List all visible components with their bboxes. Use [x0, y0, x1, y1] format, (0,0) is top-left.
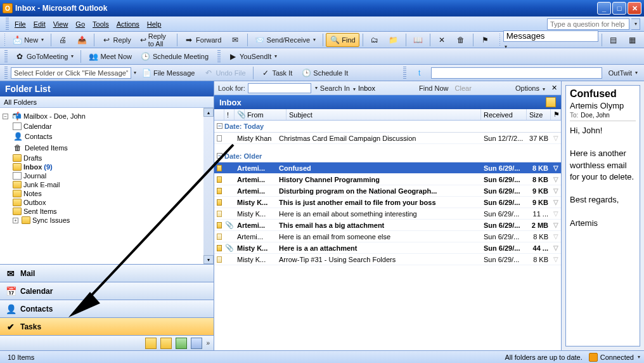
col-received[interactable]: Received: [481, 109, 527, 120]
current-view-selector[interactable]: ▾: [503, 30, 598, 50]
mail-row[interactable]: Misty K... This is just another email to…: [214, 197, 561, 208]
view-button-1[interactable]: ▤: [605, 33, 622, 47]
collapse-icon[interactable]: −: [217, 153, 222, 159]
options-button[interactable]: Options ▾: [515, 84, 545, 92]
undo-file-button[interactable]: ↶Undo File: [200, 66, 249, 80]
menu-file[interactable]: File: [11, 19, 30, 29]
mail-row[interactable]: Misty K... Arrow-Tip #31 - Using Search …: [214, 254, 561, 265]
address-book-button[interactable]: 📖: [409, 33, 427, 47]
mail-row[interactable]: 📎 Artemi... This email has a big attachm…: [214, 220, 561, 231]
dropdown-icon[interactable]: ▾: [638, 354, 640, 360]
folder-junk[interactable]: Junk E-mail: [13, 180, 211, 189]
col-flag[interactable]: ⚑: [551, 109, 561, 120]
group-today[interactable]: −Date: Today: [214, 121, 561, 133]
folder-sent[interactable]: Sent Items: [13, 207, 211, 216]
categorize-button[interactable]: 🗂: [366, 33, 383, 47]
close-button[interactable]: ✕: [628, 2, 641, 15]
mail-row[interactable]: Misty Khan Christmas Card Email Campaign…: [214, 133, 561, 144]
mail-row[interactable]: Artemi... Confused Sun 6/29/... 8 KB ▽: [214, 162, 561, 174]
menu-help[interactable]: Help: [143, 19, 165, 29]
task-it-button[interactable]: ✓Task It: [257, 66, 297, 80]
nav-contacts[interactable]: 👤Contacts: [0, 300, 214, 317]
flag-icon[interactable]: ▽: [553, 221, 558, 228]
menu-go[interactable]: Go: [72, 19, 89, 29]
nav-tasks[interactable]: ✔Tasks: [0, 317, 214, 335]
maximize-button[interactable]: □: [612, 2, 626, 15]
scroll-up-icon[interactable]: ▴: [203, 108, 214, 117]
col-importance[interactable]: !: [224, 109, 235, 120]
help-dropdown-icon[interactable]: ▾: [631, 18, 640, 30]
outtwit-button[interactable]: OutTwit▾: [605, 66, 641, 80]
gotomeeting-button[interactable]: ✿GoToMeeting▾: [11, 50, 77, 63]
all-folders-header[interactable]: All Folders: [0, 96, 214, 108]
mail-row[interactable]: Artemi... Here is an email from someone …: [214, 231, 561, 242]
junk-button[interactable]: 🗑: [452, 33, 470, 47]
find-button[interactable]: 🔍Find: [326, 33, 359, 47]
group-older[interactable]: −Date: Older: [214, 150, 561, 162]
flag-icon[interactable]: ▽: [553, 210, 558, 217]
folder-deleted[interactable]: 🗑Deleted Items: [13, 142, 211, 154]
forward-attachment-button[interactable]: ✉: [226, 33, 244, 47]
help-question-input[interactable]: [547, 18, 629, 30]
new-button[interactable]: 📩New▾: [8, 33, 48, 47]
mail-row[interactable]: Artemi... History Channel Programming Su…: [214, 174, 561, 185]
collapse-icon[interactable]: −: [217, 123, 222, 129]
meet-now-button[interactable]: 👥Meet Now: [84, 50, 136, 63]
flag-icon[interactable]: ▽: [553, 233, 558, 240]
configure-buttons-icon[interactable]: »: [206, 340, 210, 346]
mailbox-root[interactable]: −📬Mailbox - Doe, John: [3, 110, 211, 122]
mail-row[interactable]: Misty K... Here is an email about someth…: [214, 208, 561, 220]
dropdown-icon[interactable]: ▾: [134, 70, 136, 76]
menu-actions[interactable]: Actions: [113, 19, 143, 29]
rules-button[interactable]: 📁: [385, 33, 402, 47]
clear-button[interactable]: Clear: [455, 84, 472, 92]
scrollbar[interactable]: ▴ ▾: [203, 108, 214, 264]
print-button[interactable]: 🖨: [54, 33, 72, 47]
folder-outbox[interactable]: Outbox: [13, 198, 211, 207]
folder-journal[interactable]: Journal: [13, 171, 211, 180]
twitter-button[interactable]: t: [411, 66, 428, 80]
mail-row[interactable]: 📎 Misty K... Here is a an attachment Sun…: [214, 242, 561, 254]
forward-button[interactable]: ➡Forward: [180, 33, 225, 47]
flag-icon[interactable]: ▽: [553, 199, 558, 206]
folder-drafts[interactable]: Drafts: [13, 154, 211, 162]
followup-button[interactable]: ⚑: [477, 33, 494, 47]
notes-shortcut-icon[interactable]: [145, 338, 157, 349]
flag-icon[interactable]: ▽: [553, 135, 558, 142]
flag-icon[interactable]: ▽: [553, 176, 558, 183]
dropdown-icon[interactable]: ▾: [315, 85, 318, 91]
lookfor-input[interactable]: [248, 83, 311, 93]
nav-mail[interactable]: ✉Mail: [0, 264, 214, 282]
nav-calendar[interactable]: 📅Calendar: [0, 282, 214, 300]
file-message-button[interactable]: 📄File Message: [138, 66, 198, 80]
col-attachment[interactable]: 📎: [235, 109, 245, 120]
folder-contacts[interactable]: 👤Contacts: [13, 131, 211, 142]
send-receive-button[interactable]: 📨Send/Receive▾: [251, 33, 320, 47]
flag-icon[interactable]: ▽: [553, 164, 558, 171]
shortcuts-icon[interactable]: [176, 338, 187, 349]
journal-shortcut-icon[interactable]: [191, 338, 202, 349]
col-subject[interactable]: Subject: [287, 109, 481, 120]
flag-icon[interactable]: ▽: [553, 244, 558, 251]
reply-all-button[interactable]: ↩Reply to All: [136, 33, 174, 47]
menu-tools[interactable]: Tools: [89, 19, 113, 29]
collapse-icon[interactable]: −: [3, 114, 8, 119]
flag-icon[interactable]: ▽: [553, 256, 558, 263]
menu-edit[interactable]: Edit: [30, 19, 49, 29]
searchin-label[interactable]: Search In ▾: [320, 84, 356, 92]
mail-row[interactable]: Artemi... Disturbing program on the Nati…: [214, 185, 561, 197]
yousendit-button[interactable]: ▶YouSendIt▾: [224, 50, 281, 63]
folder-inbox[interactable]: Inbox (9): [13, 162, 211, 171]
scroll-down-icon[interactable]: ▾: [203, 255, 214, 264]
move-button[interactable]: 📤: [73, 33, 91, 47]
schedule-meeting-button[interactable]: 🕒Schedule Meeting: [137, 50, 212, 63]
col-size[interactable]: Size: [527, 109, 551, 120]
find-now-button[interactable]: Find Now: [419, 84, 448, 92]
view-button-2[interactable]: ▦: [624, 33, 641, 47]
expand-icon[interactable]: +: [13, 218, 18, 223]
menu-view[interactable]: View: [49, 19, 72, 29]
col-sort[interactable]: [214, 109, 224, 120]
col-from[interactable]: From: [245, 109, 287, 120]
folders-shortcut-icon[interactable]: [160, 338, 172, 349]
flag-icon[interactable]: ▽: [553, 187, 558, 194]
